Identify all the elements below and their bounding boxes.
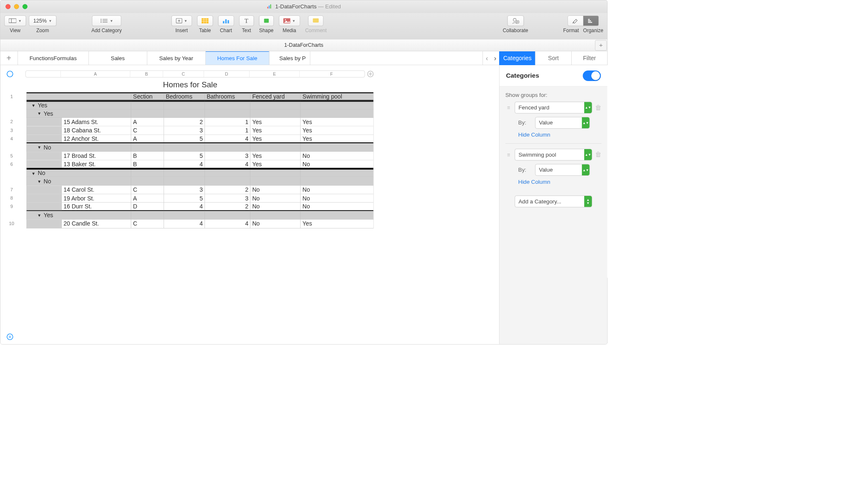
group-toggle[interactable]: ▼Yes (27, 109, 131, 118)
cell[interactable] (164, 170, 205, 177)
zoom-button[interactable]: 125% ▼ (29, 15, 56, 26)
row-number[interactable]: 5 (7, 152, 16, 160)
comment-button[interactable] (308, 15, 323, 26)
cell[interactable]: Yes (250, 118, 300, 126)
row-number[interactable] (7, 168, 16, 177)
collaborate-button[interactable] (507, 15, 524, 26)
cell[interactable]: No (301, 194, 365, 203)
window-minimize-button[interactable] (14, 4, 19, 9)
sheet-tab[interactable]: Homes For Sale (205, 51, 269, 65)
cell[interactable] (164, 143, 205, 152)
row-number[interactable]: 10 (7, 219, 16, 228)
sheet-tab[interactable]: Sales by Year (147, 51, 205, 65)
row-add-handle[interactable] (367, 71, 373, 77)
cell[interactable]: 1 (205, 118, 250, 126)
cell[interactable] (301, 177, 365, 185)
cell[interactable]: C (131, 186, 164, 194)
row-number[interactable]: 2 (7, 117, 16, 126)
cell[interactable] (205, 211, 250, 219)
cell[interactable] (301, 109, 365, 118)
cell[interactable]: 3 (164, 186, 205, 194)
cell[interactable] (27, 194, 62, 203)
view-button[interactable]: ▼ (5, 15, 26, 26)
row-number[interactable] (7, 101, 16, 109)
cell[interactable] (301, 170, 365, 177)
cell[interactable]: Yes (250, 160, 300, 168)
group-toggle[interactable]: ▼Yes (27, 211, 131, 219)
cell[interactable] (205, 143, 250, 152)
cell[interactable]: 3 (205, 194, 250, 203)
cell[interactable]: 12 Anchor St. (62, 135, 131, 142)
inspector-tab-filter[interactable]: Filter (571, 51, 607, 66)
add-category-button[interactable]: ▼ (92, 15, 121, 26)
cell[interactable] (301, 102, 365, 109)
spreadsheet-canvas[interactable]: ABCDEF Homes for Sale 12345678910 Sectio… (0, 65, 500, 344)
delete-category-button[interactable]: 🗑 (595, 151, 601, 158)
cell[interactable]: 4 (205, 160, 250, 168)
cell[interactable] (27, 203, 62, 210)
cell[interactable] (27, 93, 62, 100)
cell[interactable] (27, 220, 62, 228)
cell[interactable] (250, 143, 300, 152)
group-toggle[interactable]: ▼No (27, 143, 131, 152)
row-number[interactable]: 8 (7, 194, 16, 202)
cell[interactable]: 4 (164, 160, 205, 168)
cell[interactable] (205, 102, 250, 109)
cell[interactable] (164, 102, 205, 109)
media-button[interactable]: ▼ (279, 15, 300, 26)
cell[interactable]: 4 (164, 220, 205, 228)
cell[interactable]: 4 (164, 203, 205, 210)
group-toggle[interactable]: ▼No (27, 170, 131, 177)
insert-button[interactable]: ▼ (172, 15, 192, 26)
cell[interactable]: D (131, 203, 164, 210)
cell[interactable] (62, 93, 131, 100)
cell[interactable]: 3 (205, 152, 250, 160)
cell[interactable]: 20 Candle St. (62, 220, 131, 228)
category-by-select[interactable]: Value▲▼ (535, 117, 590, 129)
sheet-tab[interactable]: FunctionsFormulas (18, 51, 89, 65)
cell[interactable]: 2 (164, 118, 205, 126)
sheet-tab[interactable]: Sales by P (269, 51, 310, 65)
cell[interactable]: No (250, 186, 300, 194)
cell[interactable]: Yes (250, 152, 300, 160)
hide-column-link[interactable]: Hide Column (505, 132, 601, 138)
cell[interactable]: No (301, 160, 365, 168)
cell[interactable] (131, 177, 164, 185)
cell[interactable]: 18 Cabana St. (62, 126, 131, 134)
cell[interactable]: 16 Durr St. (62, 203, 131, 210)
row-number[interactable] (7, 109, 16, 117)
cell[interactable]: 2 (205, 186, 250, 194)
cell[interactable]: No (301, 186, 365, 194)
cell[interactable] (205, 109, 250, 118)
row-number[interactable] (7, 177, 16, 185)
cell[interactable] (27, 135, 62, 142)
cell[interactable]: 5 (164, 135, 205, 142)
window-close-button[interactable] (5, 4, 10, 9)
row-number[interactable] (7, 211, 16, 219)
row-number[interactable] (7, 143, 16, 151)
cell[interactable]: 19 Arbor St. (62, 194, 131, 203)
cell[interactable]: Section (131, 93, 164, 100)
cell[interactable]: 3 (164, 126, 205, 134)
cell[interactable]: Bedrooms (164, 93, 205, 100)
group-toggle[interactable]: ▼No (27, 177, 131, 185)
cell[interactable] (301, 211, 365, 219)
category-by-select[interactable]: Value▲▼ (535, 164, 590, 176)
row-number[interactable]: 1 (7, 92, 16, 101)
cell[interactable] (164, 109, 205, 118)
cell[interactable] (250, 211, 300, 219)
cell[interactable]: Yes (301, 220, 365, 228)
tab-scroll-right[interactable]: › (494, 54, 497, 62)
window-fullscreen-button[interactable] (23, 4, 28, 9)
cell[interactable]: Yes (301, 135, 365, 142)
cell[interactable] (131, 211, 164, 219)
cell[interactable]: A (131, 135, 164, 142)
cell[interactable]: Yes (250, 135, 300, 142)
row-menu-handle[interactable]: ≡ (7, 334, 13, 340)
format-button[interactable] (568, 15, 583, 26)
cell[interactable] (205, 170, 250, 177)
add-category-select[interactable]: Add a Category... ▲▼ (515, 195, 592, 207)
cell[interactable] (250, 177, 300, 185)
cell[interactable]: No (301, 152, 365, 160)
cell[interactable]: 4 (205, 135, 250, 142)
